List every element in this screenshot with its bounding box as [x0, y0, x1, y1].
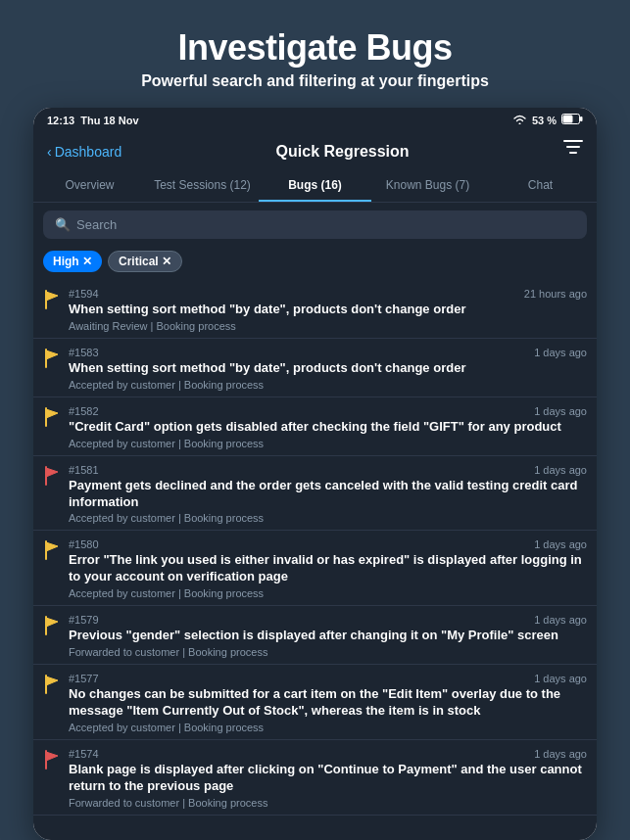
bug-details: #1582 1 days ago "Credit Card" option ge…	[69, 405, 587, 449]
chevron-left-icon: ‹	[47, 144, 52, 160]
search-placeholder: Search	[76, 217, 117, 232]
bug-title: Error "The link you used is either inval…	[69, 552, 587, 585]
search-icon: 🔍	[55, 217, 71, 232]
bug-item[interactable]: #1594 21 hours ago When setting sort met…	[33, 280, 597, 339]
bug-title: When setting sort method "by date", prod…	[69, 302, 587, 318]
bug-time: 1 days ago	[534, 614, 587, 626]
bug-meta: Forwarded to customer | Booking process	[69, 797, 587, 809]
bug-title: Previous "gender" selection is displayed…	[69, 628, 587, 644]
tab-chat[interactable]: Chat	[484, 170, 597, 202]
bug-item[interactable]: #1579 1 days ago Previous "gender" selec…	[33, 606, 597, 665]
tab-overview[interactable]: Overview	[33, 170, 146, 202]
bug-title: "Credit Card" option gets disabled after…	[69, 419, 587, 436]
bug-meta: Accepted by customer | Booking process	[69, 379, 587, 391]
tab-bugs[interactable]: Bugs (16)	[259, 170, 371, 202]
bug-id: #1582	[69, 405, 99, 417]
filter-icon[interactable]	[563, 140, 583, 163]
bug-time: 1 days ago	[534, 405, 587, 417]
bug-list: #1594 21 hours ago When setting sort met…	[33, 280, 597, 816]
device-frame: 12:13 Thu 18 Nov 53 %	[33, 108, 597, 840]
bug-item[interactable]: #1580 1 days ago Error "The link you use…	[33, 531, 597, 606]
bug-meta: Accepted by customer | Booking process	[69, 722, 587, 733]
svg-rect-1	[563, 116, 573, 123]
status-icons: 53 %	[512, 114, 583, 126]
bug-time: 1 days ago	[534, 673, 587, 684]
page-title: Investigate Bugs	[141, 27, 489, 69]
tab-test-sessions[interactable]: Test Sessions (12)	[146, 170, 259, 202]
bug-item[interactable]: #1583 1 days ago When setting sort metho…	[33, 339, 597, 397]
bug-details: #1594 21 hours ago When setting sort met…	[69, 288, 587, 332]
filter-tags: High ✕ Critical ✕	[33, 247, 597, 280]
wifi-icon	[512, 114, 527, 126]
bug-header: #1583 1 days ago	[69, 347, 587, 358]
status-time-date: 12:13 Thu 18 Nov	[47, 115, 139, 126]
bug-item[interactable]: #1574 1 days ago Blank page is displayed…	[33, 740, 597, 816]
bug-header: #1579 1 days ago	[69, 614, 587, 626]
bug-header: #1594 21 hours ago	[69, 288, 587, 300]
bug-id: #1583	[69, 347, 99, 358]
bug-header: #1582 1 days ago	[69, 405, 587, 417]
bug-id: #1574	[69, 748, 99, 760]
back-label: Dashboard	[55, 144, 122, 160]
severity-icon	[43, 616, 61, 658]
bug-header: #1580 1 days ago	[69, 538, 587, 550]
severity-icon	[43, 750, 61, 809]
bug-meta: Forwarded to customer | Booking process	[69, 646, 587, 658]
bug-details: #1580 1 days ago Error "The link you use…	[69, 538, 587, 599]
bug-header: #1577 1 days ago	[69, 673, 587, 684]
bug-meta: Accepted by customer | Booking process	[69, 587, 587, 599]
severity-icon	[43, 675, 61, 733]
severity-icon	[43, 349, 61, 391]
bug-id: #1577	[69, 673, 99, 684]
bug-item[interactable]: #1582 1 days ago "Credit Card" option ge…	[33, 397, 597, 456]
bug-id: #1580	[69, 538, 99, 550]
page-subtitle: Powerful search and filtering at your fi…	[141, 72, 489, 90]
nav-title: Quick Regression	[276, 143, 410, 161]
status-bar: 12:13 Thu 18 Nov 53 %	[33, 108, 597, 132]
battery-text: 53 %	[532, 115, 557, 126]
bug-meta: Accepted by customer | Booking process	[69, 512, 587, 524]
bug-id: #1594	[69, 288, 99, 300]
bug-id: #1581	[69, 464, 99, 476]
bug-meta: Awaiting Review | Booking process	[69, 320, 587, 332]
bug-title: Blank page is displayed after clicking o…	[69, 762, 587, 795]
bug-title: Payment gets declined and the order gets…	[69, 478, 587, 511]
battery-icon	[561, 114, 583, 126]
bug-time: 1 days ago	[534, 748, 587, 760]
bug-details: #1583 1 days ago When setting sort metho…	[69, 347, 587, 391]
bug-details: #1577 1 days ago No changes can be submi…	[69, 673, 587, 733]
svg-rect-2	[580, 117, 583, 121]
app-background: Investigate Bugs Powerful search and fil…	[0, 0, 630, 840]
promo-header: Investigate Bugs Powerful search and fil…	[102, 0, 528, 108]
content-area: 🔍 Search High ✕ Critical ✕	[33, 203, 597, 840]
bug-details: #1574 1 days ago Blank page is displayed…	[69, 748, 587, 809]
back-button[interactable]: ‹ Dashboard	[47, 144, 121, 160]
bug-time: 1 days ago	[534, 538, 587, 550]
nav-bar: ‹ Dashboard Quick Regression	[33, 132, 597, 170]
filter-tag-critical[interactable]: Critical ✕	[108, 251, 182, 272]
search-bar[interactable]: 🔍 Search	[43, 210, 587, 239]
bug-time: 1 days ago	[534, 347, 587, 358]
bug-item[interactable]: #1577 1 days ago No changes can be submi…	[33, 665, 597, 740]
bug-time: 21 hours ago	[524, 288, 587, 300]
bug-id: #1579	[69, 614, 99, 626]
bug-item[interactable]: #1581 1 days ago Payment gets declined a…	[33, 456, 597, 532]
bug-title: When setting sort method "by date", prod…	[69, 360, 587, 377]
filter-tag-high[interactable]: High ✕	[43, 251, 102, 272]
severity-icon	[43, 540, 61, 599]
bug-title: No changes can be submitted for a cart i…	[69, 686, 587, 720]
bug-time: 1 days ago	[534, 464, 587, 476]
bug-header: #1581 1 days ago	[69, 464, 587, 476]
severity-icon	[43, 466, 61, 525]
tab-known-bugs[interactable]: Known Bugs (7)	[371, 170, 484, 202]
bug-details: #1579 1 days ago Previous "gender" selec…	[69, 614, 587, 658]
bug-details: #1581 1 days ago Payment gets declined a…	[69, 464, 587, 525]
severity-icon	[43, 290, 61, 332]
bug-meta: Accepted by customer | Booking process	[69, 438, 587, 449]
bug-header: #1574 1 days ago	[69, 748, 587, 760]
severity-icon	[43, 407, 61, 449]
tab-bar: Overview Test Sessions (12) Bugs (16) Kn…	[33, 170, 597, 203]
